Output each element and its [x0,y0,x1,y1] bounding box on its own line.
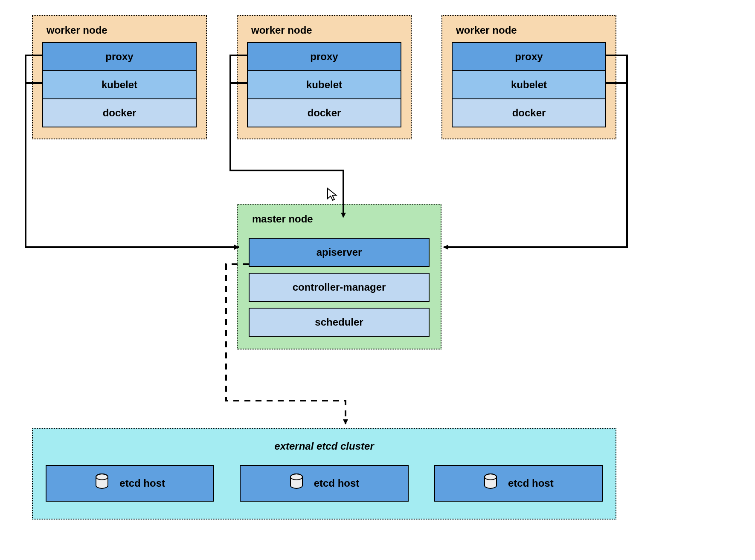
database-icon [483,473,498,493]
etcd-cluster-title: external etcd cluster [46,437,603,465]
component-kubelet: kubelet [43,70,196,98]
component-docker: docker [453,98,605,127]
etcd-host-2-label: etcd host [314,477,360,489]
worker-node-1-title: worker node [42,22,197,42]
component-docker: docker [43,98,196,127]
etcd-host-3: etcd host [434,465,603,502]
component-docker: docker [248,98,401,127]
worker-node-3-title: worker node [452,22,606,42]
component-kubelet: kubelet [248,70,401,98]
etcd-hosts-row: etcd host etcd host etcd host [46,465,603,502]
worker-node-1: worker node proxy kubelet docker [32,15,207,139]
etcd-host-2: etcd host [240,465,408,502]
component-proxy: proxy [248,43,401,70]
component-kubelet: kubelet [453,70,605,98]
master-node: master node apiserver controller-manager… [237,204,441,349]
database-icon [95,473,109,493]
architecture-diagram: worker node proxy kubelet docker worker … [0,0,755,560]
worker-node-3: worker node proxy kubelet docker [441,15,616,139]
component-apiserver: apiserver [249,238,430,267]
etcd-host-1: etcd host [46,465,214,502]
etcd-host-1-label: etcd host [119,477,165,489]
worker-node-1-stack: proxy kubelet docker [42,42,197,127]
database-icon [289,473,304,493]
worker-node-2: worker node proxy kubelet docker [237,15,412,139]
component-proxy: proxy [453,43,605,70]
component-controller-manager: controller-manager [249,273,430,302]
worker-node-2-stack: proxy kubelet docker [247,42,401,127]
component-proxy: proxy [43,43,196,70]
worker-node-2-title: worker node [247,22,401,42]
worker-node-3-stack: proxy kubelet docker [452,42,606,127]
etcd-host-3-label: etcd host [508,477,554,489]
etcd-cluster: external etcd cluster etcd host etcd hos… [32,428,616,520]
component-scheduler: scheduler [249,308,430,337]
cursor-icon [327,188,338,203]
master-node-title: master node [249,211,430,232]
